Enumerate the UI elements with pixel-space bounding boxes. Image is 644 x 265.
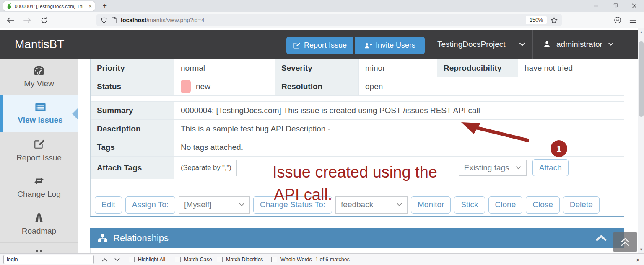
scrollbar-thumb[interactable] — [639, 41, 644, 117]
description-value: This is a sample test bug API Descriptio… — [174, 120, 624, 138]
invite-users-label: Invite Users — [376, 41, 415, 50]
highlight-all-checkbox[interactable]: Highlight All — [129, 254, 165, 265]
page-info-icon[interactable] — [111, 17, 117, 23]
pocket-icon[interactable] — [613, 15, 622, 25]
project-selector[interactable]: TestingDocsProject — [437, 30, 525, 59]
status-color-badge — [181, 80, 191, 93]
checkbox[interactable] — [175, 257, 181, 262]
bookmark-star-icon[interactable] — [551, 17, 558, 24]
attach-button[interactable]: Attach — [532, 159, 569, 176]
tab-close-icon[interactable]: × — [88, 3, 92, 9]
close-button[interactable]: Close — [526, 196, 560, 214]
row-spacer — [91, 96, 624, 101]
sidebar-item-report-issue[interactable]: Report Issue — [0, 132, 78, 169]
relationships-header[interactable]: Relationships — [90, 228, 624, 248]
reload-button[interactable] — [39, 15, 49, 25]
existing-tags-select[interactable]: Existing tags — [459, 160, 527, 176]
scrollbar-up-arrow[interactable]: ▲ — [639, 30, 644, 34]
sidebar-item-change-log[interactable]: Change Log — [0, 169, 78, 206]
report-issue-button[interactable]: Report Issue — [286, 37, 353, 54]
find-previous-button[interactable] — [101, 256, 108, 263]
match-case-checkbox[interactable]: Match Case — [175, 254, 212, 265]
sidebar-item-roadmap[interactable]: Roadmap — [0, 206, 78, 243]
mantis-navbar: MantisBT Report Issue Invite Users Testi… — [0, 30, 638, 59]
report-issue-label: Report Issue — [304, 41, 347, 50]
table-row: Priority normal Severity minor Reproduci… — [91, 59, 624, 77]
shield-icon[interactable] — [101, 17, 107, 24]
window-minimize-button[interactable] — [586, 0, 605, 12]
sidebar-item-my-view[interactable]: My View — [0, 59, 78, 95]
tag-input[interactable] — [236, 160, 454, 176]
sidebar-item-label: Report Issue — [16, 153, 62, 162]
tags-value: No tags attached. — [174, 138, 624, 157]
relationships-title: Relationships — [113, 233, 169, 244]
priority-value: normal — [174, 59, 275, 77]
invite-users-button[interactable]: Invite Users — [355, 37, 425, 54]
user-menu[interactable]: administrator — [543, 30, 621, 59]
navbar-divider-2 — [532, 30, 533, 59]
window-close-button[interactable] — [625, 0, 644, 12]
stick-button[interactable]: Stick — [454, 196, 485, 214]
sitemap-icon — [98, 234, 108, 243]
url-bar[interactable]: localhost/mantis/view.php?id=4 150% — [96, 14, 562, 26]
user-name: administrator — [556, 40, 602, 49]
user-icon — [543, 40, 551, 48]
table-row: Status new Resolution open — [91, 77, 624, 96]
url-text: localhost/mantis/view.php?id=4 — [121, 17, 205, 23]
assignee-select[interactable]: [Myself] — [179, 196, 250, 214]
reproducibility-label: Reproducibility — [437, 59, 518, 77]
pencil-square-icon — [293, 42, 300, 49]
new-tab-button[interactable]: + — [100, 1, 110, 11]
collapse-chevron-up-icon[interactable] — [596, 234, 607, 242]
url-host: localhost — [121, 17, 146, 23]
reproducibility-value: have not tried — [518, 59, 624, 77]
menu-hamburger-icon[interactable] — [628, 15, 637, 25]
back-button[interactable] — [6, 15, 15, 25]
window-restore-button[interactable] — [605, 0, 625, 12]
checkbox[interactable] — [271, 257, 277, 262]
status-select[interactable]: feedback — [335, 196, 408, 214]
checkbox[interactable] — [217, 257, 223, 262]
scroll-to-top-button[interactable] — [613, 232, 637, 252]
sidebar-item-label: Roadmap — [22, 226, 56, 236]
window-controls — [586, 0, 644, 12]
match-diacritics-checkbox[interactable]: Match Diacritics — [217, 254, 263, 265]
chevron-down-icon — [516, 166, 521, 170]
status-value: new — [174, 77, 275, 96]
delete-button[interactable]: Delete — [563, 196, 600, 214]
browser-toolbar: localhost/mantis/view.php?id=4 150% — [0, 12, 644, 28]
find-bar: Highlight All Match Case Match Diacritic… — [0, 253, 644, 265]
sidebar-item-view-issues[interactable]: View Issues — [0, 95, 78, 132]
mantis-favicon-icon — [6, 3, 12, 9]
forward-button[interactable] — [23, 15, 32, 25]
status-label: Status — [91, 77, 174, 96]
find-close-button[interactable]: × — [636, 254, 640, 265]
browser-tab[interactable]: 0000004: [TestingDocs.com] Thi × — [3, 1, 95, 11]
resolution-value: open — [359, 77, 437, 96]
checkbox[interactable] — [129, 257, 135, 262]
navbar-divider — [430, 30, 430, 59]
change-status-button[interactable]: Change Status To: — [253, 196, 332, 214]
status-text: new — [196, 82, 210, 91]
mantisbt-logo[interactable]: MantisBT — [15, 30, 64, 59]
assign-to-button[interactable]: Assign To: — [125, 196, 175, 214]
edit-button[interactable]: Edit — [95, 196, 122, 214]
road-icon — [34, 213, 44, 223]
find-match-count: 1 of 6 matches — [315, 254, 350, 265]
table-row: Attach Tags (Separate by ",") Existing t… — [91, 157, 624, 179]
row-spacer — [91, 179, 624, 185]
chevron-down-icon — [397, 203, 402, 206]
monitor-button[interactable]: Monitor — [411, 196, 451, 214]
active-item-arrow — [72, 108, 78, 120]
resolution-label: Resolution — [275, 77, 359, 96]
scrollbar-down-arrow[interactable]: ▼ — [639, 247, 644, 252]
page-scrollbar[interactable]: ▲ ▼ — [638, 28, 644, 253]
zoom-level-badge[interactable]: 150% — [526, 16, 547, 24]
whole-words-checkbox[interactable]: Whole Words — [271, 254, 312, 265]
find-input[interactable] — [3, 255, 94, 264]
sidebar-item-partial[interactable] — [0, 243, 78, 253]
relationships-body — [90, 248, 624, 253]
find-next-button[interactable] — [113, 256, 121, 263]
summary-value: 0000004: [TestingDocs.com] This issue is… — [174, 101, 624, 120]
clone-button[interactable]: Clone — [488, 196, 523, 214]
